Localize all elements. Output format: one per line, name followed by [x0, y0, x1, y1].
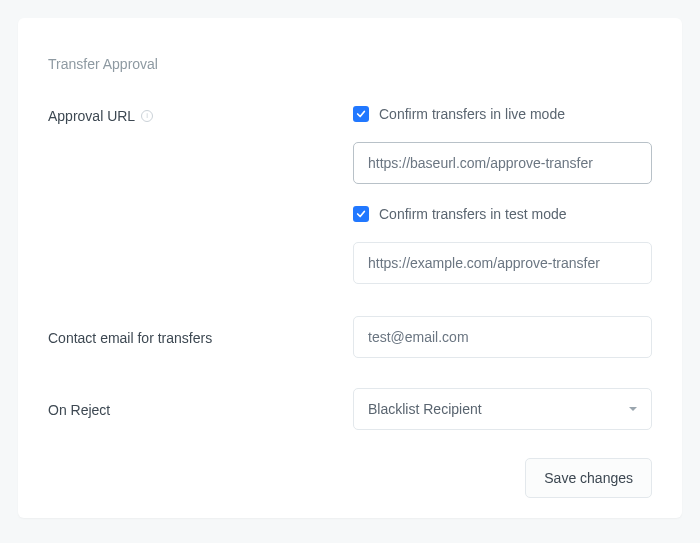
- on-reject-label: On Reject: [48, 402, 110, 418]
- test-mode-label: Confirm transfers in test mode: [379, 206, 567, 222]
- info-icon[interactable]: i: [141, 110, 153, 122]
- test-mode-url-input[interactable]: [353, 242, 652, 284]
- contact-email-field: [353, 316, 652, 358]
- approval-url-row: Approval URL i Confirm transfers in live…: [48, 106, 652, 306]
- transfer-approval-card: Transfer Approval Approval URL i Confirm…: [18, 18, 682, 518]
- approval-url-label: Approval URL: [48, 108, 135, 124]
- on-reject-select[interactable]: Blacklist Recipient: [353, 388, 652, 430]
- on-reject-field: Blacklist Recipient: [353, 388, 652, 430]
- checkmark-icon: [356, 209, 366, 219]
- contact-email-label: Contact email for transfers: [48, 330, 212, 346]
- live-mode-checkbox[interactable]: [353, 106, 369, 122]
- test-mode-checkbox-row: Confirm transfers in test mode: [353, 206, 652, 222]
- on-reject-selected: Blacklist Recipient: [368, 401, 482, 417]
- approval-url-fields: Confirm transfers in live mode Confirm t…: [353, 106, 652, 306]
- live-mode-url-input[interactable]: [353, 142, 652, 184]
- contact-email-label-col: Contact email for transfers: [48, 316, 353, 346]
- save-row: Save changes: [48, 458, 652, 498]
- live-mode-label: Confirm transfers in live mode: [379, 106, 565, 122]
- test-mode-checkbox[interactable]: [353, 206, 369, 222]
- live-mode-checkbox-row: Confirm transfers in live mode: [353, 106, 652, 122]
- checkmark-icon: [356, 109, 366, 119]
- save-button[interactable]: Save changes: [525, 458, 652, 498]
- section-title: Transfer Approval: [48, 56, 652, 72]
- on-reject-row: On Reject Blacklist Recipient: [48, 388, 652, 430]
- contact-email-row: Contact email for transfers: [48, 316, 652, 358]
- approval-url-label-col: Approval URL i: [48, 106, 353, 124]
- chevron-down-icon: [629, 407, 637, 411]
- contact-email-input[interactable]: [353, 316, 652, 358]
- on-reject-label-col: On Reject: [48, 388, 353, 418]
